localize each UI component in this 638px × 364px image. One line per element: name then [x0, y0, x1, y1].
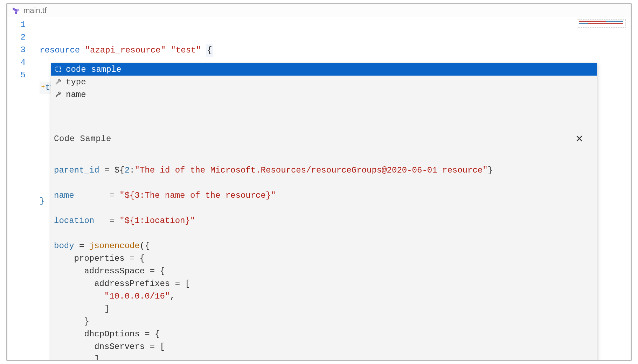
doc-line: name = "${3:The name of the resource}" — [54, 189, 588, 202]
doc-title: Code Sample — [54, 133, 111, 145]
doc-line: addressSpace = { — [54, 265, 588, 278]
doc-line: ] — [54, 353, 588, 361]
token-keyword: resource — [40, 46, 80, 55]
wrench-icon — [53, 77, 63, 87]
line-number: 3 — [7, 44, 40, 56]
snippet-icon — [53, 64, 63, 74]
line-number: 5 — [7, 69, 40, 82]
doc-line: parent_id = ${2:"The id of the Microsoft… — [54, 164, 588, 177]
suggestion-label: type — [66, 77, 86, 87]
close-icon[interactable]: ✕ — [573, 133, 585, 145]
suggestion-item[interactable]: name — [51, 88, 597, 101]
doc-line: "10.0.0.0/16", — [54, 290, 588, 303]
code-line: resource "azapi_resource" "test" { — [40, 44, 631, 56]
token-brace: { — [206, 44, 213, 57]
svg-marker-0 — [13, 7, 15, 11]
documentation-panel: Code Sample ✕ parent_id = ${2:"The id of… — [51, 101, 597, 361]
doc-line: } — [54, 315, 588, 328]
line-gutter: 1 2 3 4 5 — [7, 17, 40, 360]
intellisense-popup: code sampletypename Code Sample ✕ parent… — [51, 63, 597, 361]
doc-line: properties = { — [54, 252, 588, 265]
wrench-icon — [53, 90, 63, 99]
doc-line: addressPrefixes = [ — [54, 278, 588, 290]
doc-line: dhcpOptions = { — [54, 328, 588, 341]
doc-line: body = jsonencode({ — [54, 240, 588, 252]
svg-marker-2 — [17, 8, 19, 12]
token-brace: } — [40, 196, 44, 206]
line-number: 1 — [7, 19, 40, 31]
editor-frame: main.tf 1 2 3 4 5 resource "azapi_resour… — [6, 3, 632, 361]
suggestion-item[interactable]: type — [51, 76, 597, 88]
suggestion-item[interactable]: code sample — [51, 63, 597, 76]
token-string: "test" — [171, 46, 201, 55]
doc-line: ] — [54, 303, 588, 315]
doc-line: location = "${1:location}" — [54, 215, 588, 227]
suggestion-label: code sample — [66, 65, 121, 74]
doc-line: dnsServers = [ — [54, 341, 588, 353]
token-string: "azapi_resource" — [85, 46, 166, 55]
line-number: 4 — [7, 56, 40, 69]
file-tab[interactable]: main.tf — [7, 4, 631, 17]
line-number: 2 — [7, 31, 40, 44]
file-tab-label: main.tf — [23, 6, 47, 15]
suggestion-label: name — [66, 90, 86, 99]
terraform-icon — [12, 7, 20, 14]
svg-rect-4 — [56, 67, 60, 71]
